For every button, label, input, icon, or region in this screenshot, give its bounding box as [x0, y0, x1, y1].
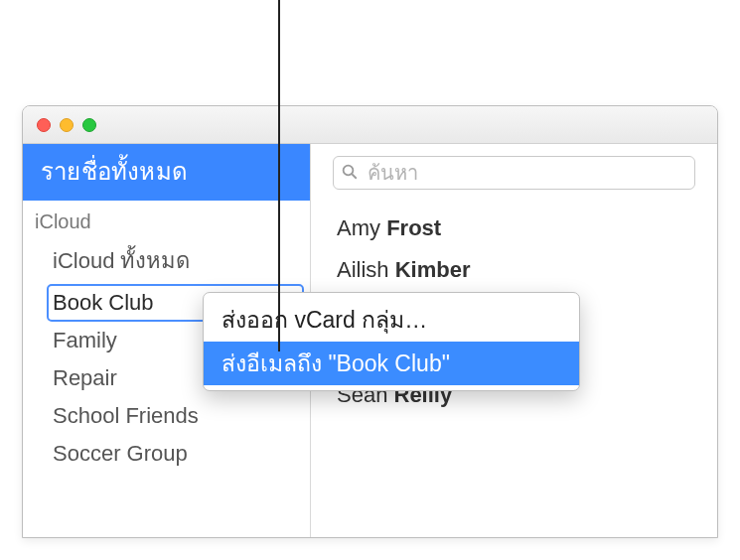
sidebar-item-school-friends[interactable]: School Friends: [23, 397, 310, 435]
svg-point-0: [344, 166, 354, 176]
search-icon: [341, 163, 359, 181]
sidebar-section-label: iCloud: [23, 201, 310, 237]
title-bar: [23, 106, 717, 144]
sidebar-item-icloud-all[interactable]: iCloud ทั้งหมด: [23, 237, 310, 284]
search-wrap: [333, 156, 695, 190]
contact-last-name: Kimber: [395, 257, 471, 282]
contact-first-name: Amy: [337, 215, 386, 240]
contact-row[interactable]: Ailish Kimber: [333, 249, 695, 291]
sidebar-item-soccer-group[interactable]: Soccer Group: [23, 435, 310, 473]
svg-line-1: [352, 174, 357, 179]
contact-row[interactable]: Amy Frost: [333, 208, 695, 249]
search-input[interactable]: [333, 156, 695, 190]
sidebar-header[interactable]: รายชื่อทั้งหมด: [23, 144, 310, 201]
context-menu: ส่งออก vCard กลุ่ม… ส่งอีเมลถึง "Book Cl…: [203, 292, 580, 391]
ctx-email-group[interactable]: ส่งอีเมลถึง "Book Club": [204, 342, 579, 385]
contact-last-name: Frost: [386, 215, 441, 240]
maximize-icon[interactable]: [82, 118, 96, 132]
ctx-export-vcard[interactable]: ส่งออก vCard กลุ่ม…: [204, 298, 579, 342]
close-icon[interactable]: [37, 118, 51, 132]
contact-first-name: Ailish: [337, 257, 395, 282]
callout-line: [278, 0, 280, 351]
minimize-icon[interactable]: [60, 118, 74, 132]
